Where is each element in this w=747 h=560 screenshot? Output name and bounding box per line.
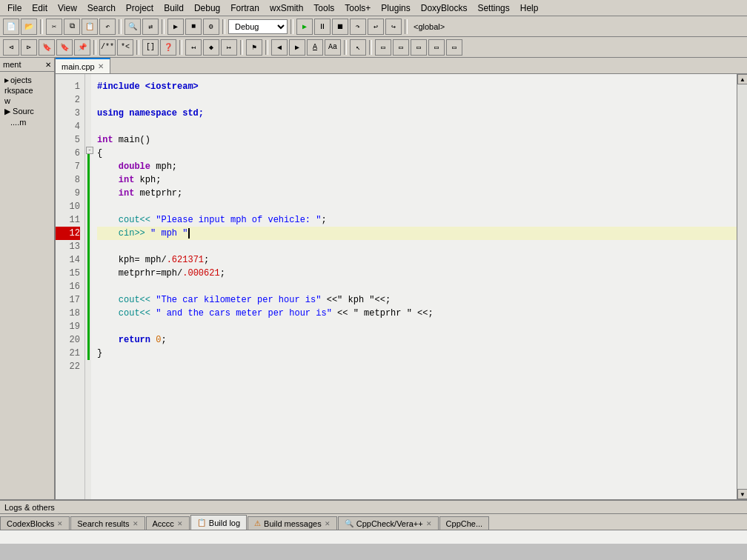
tb2-aa[interactable]: Aa [325,39,341,56]
scroll-down-btn[interactable]: ▼ [737,489,747,499]
tb2-12[interactable]: ↦ [221,39,237,56]
tb2-1[interactable]: ⊲ [3,39,19,56]
tree-item-main[interactable]: ....m [3,117,51,127]
panel-title: ment [3,60,21,69]
tb2-rect4[interactable]: ▭ [428,39,445,56]
global-label: <global> [411,22,448,31]
editor-area: main.cpp ✕ 1 2 3 4 5 6 7 8 9 10 11 12 13… [56,58,747,499]
code-token: mph; [150,160,177,173]
tb-step-in[interactable]: ↩ [368,19,384,35]
tb2-3[interactable]: 🔖 [39,39,55,56]
code-line-4 [97,120,737,133]
ln-9: 9 [56,187,80,200]
menu-plugins[interactable]: Plugins [376,1,414,15]
menu-help[interactable]: Help [516,1,543,15]
tab-search-results[interactable]: Search results ✕ [70,516,145,530]
v-scrollbar[interactable]: ▲ ▼ [737,74,747,499]
tab-build-messages-close[interactable]: ✕ [325,520,331,527]
tab-main-cpp[interactable]: main.cpp ✕ [56,58,110,73]
tab-cppcheck-close[interactable]: ✕ [426,520,432,527]
tb-debug-run[interactable]: ▶ [296,19,313,35]
tb2-13[interactable]: ⚑ [246,39,262,56]
tb2-11[interactable]: ◆ [203,39,219,56]
tb-replace[interactable]: ⇄ [142,19,159,35]
tree-item-projects[interactable]: ▶ ojects [3,75,51,85]
code-token [150,333,156,347]
tb-step-over[interactable]: ↷ [350,19,366,35]
menu-view[interactable]: View [53,1,82,15]
tb2-9[interactable]: ❓ [160,39,176,56]
tab-codexblocks[interactable]: CodexBlocks ✕ [0,516,70,530]
tb2-arrow-l[interactable]: ◀ [271,39,288,56]
tb2-rect1[interactable]: ▭ [375,39,391,56]
tb-debug-pause[interactable]: ⏸ [314,19,331,35]
menu-project[interactable]: Project [122,1,158,15]
menu-fortran[interactable]: Fortran [226,1,264,15]
tb2-sep-7 [369,40,372,55]
code-token: ; [321,213,326,227]
tb2-8[interactable]: [] [142,39,159,56]
tab-codexblocks-close[interactable]: ✕ [57,520,63,527]
debug-dropdown[interactable]: Debug Release [228,19,288,34]
tree-item-w[interactable]: w [3,96,51,106]
menu-search[interactable]: Search [83,1,120,15]
code-token: int [97,133,113,147]
code-token: int [119,187,135,200]
tb2-5[interactable]: 📌 [74,39,90,56]
gutter-4 [85,114,91,127]
tab-acccc-close[interactable]: ✕ [177,520,183,527]
tb-open[interactable]: 📂 [21,19,37,35]
menu-toolsplus[interactable]: Tools+ [340,1,375,15]
tb-stop[interactable]: ■ [185,19,202,35]
tree-item-source[interactable]: ▶ Sourc [3,106,51,117]
tab-label-main-cpp: main.cpp [62,62,95,71]
tb-copy[interactable]: ⧉ [64,19,80,35]
tb-find[interactable]: 🔍 [124,19,141,35]
tree-item-workspace[interactable]: rkspace [3,85,51,96]
tb2-rect5[interactable]: ▭ [446,39,462,56]
code-editor[interactable]: 1 2 3 4 5 6 7 8 9 10 11 12 13 14 15 16 1… [56,74,747,499]
tb-new[interactable]: 📄 [3,19,19,35]
indent [97,293,119,307]
menu-tools[interactable]: Tools [309,1,339,15]
scroll-track[interactable] [737,84,747,489]
tb-paste[interactable]: 📋 [82,19,98,35]
tb2-rect2[interactable]: ▭ [393,39,409,56]
menu-debug[interactable]: Debug [190,1,225,15]
tab-cppcheck[interactable]: 🔍 CppCheck/Vera++ ✕ [338,516,439,530]
menu-file[interactable]: File [3,1,26,15]
code-content[interactable]: #include <iostream> using namespace std;… [91,74,737,499]
tb-undo[interactable]: ↶ [99,19,116,35]
tb-build[interactable]: ⚙ [203,19,219,35]
menu-build[interactable]: Build [159,1,188,15]
menu-wxsmith[interactable]: wxSmith [265,1,308,15]
tree-label-projects: ojects [10,76,32,84]
tb-cut[interactable]: ✂ [46,19,62,35]
tab-build-messages[interactable]: ⚠ Build messages ✕ [248,516,337,530]
tb-step-out[interactable]: ↪ [385,19,402,35]
tab-close-main-cpp[interactable]: ✕ [98,62,104,70]
tb2-arrow-r[interactable]: ▶ [289,39,305,56]
tb-sep-4 [222,19,225,34]
tab-build-log[interactable]: 📋 Build log [190,515,247,530]
panel-close-btn[interactable]: ✕ [45,61,51,69]
tb-debug-stop[interactable]: ⏹ [332,19,348,35]
scroll-up-btn[interactable]: ▲ [737,74,747,84]
tb2-underline[interactable]: A [307,39,323,56]
tb2-10[interactable]: ↤ [185,39,202,56]
tb2-2[interactable]: ⊳ [21,39,37,56]
tab-cppche2[interactable]: CppChe... [439,516,490,530]
tab-search-results-close[interactable]: ✕ [133,520,139,527]
menu-doxyblocks[interactable]: DoxyBlocks [416,1,472,15]
tb2-7[interactable]: *< [117,39,133,56]
code-token: int [119,173,135,187]
tb2-6[interactable]: /** [99,39,116,56]
tb2-rect3[interactable]: ▭ [411,39,427,56]
tb2-cursor[interactable]: ↖ [350,39,366,56]
menu-settings[interactable]: Settings [473,1,514,15]
menu-edit[interactable]: Edit [27,1,52,15]
tab-acccc[interactable]: Acccc ✕ [146,516,190,530]
tb-run[interactable]: ▶ [167,19,184,35]
ln-19: 19 [56,320,80,333]
tb2-4[interactable]: 🔖 [56,39,73,56]
